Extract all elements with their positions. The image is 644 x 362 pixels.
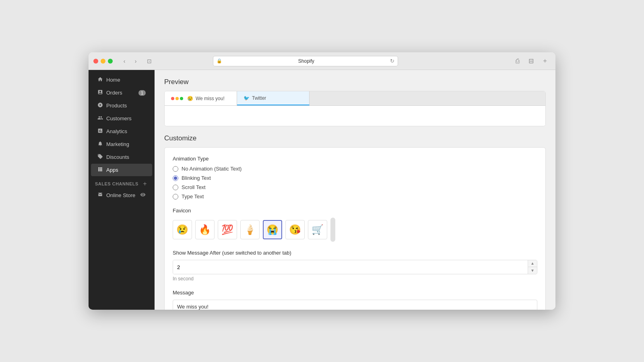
sidebar-item-discounts-label: Discounts xyxy=(106,154,129,160)
animation-type-group: Animation Type No Animation (Static Text… xyxy=(173,156,537,200)
favicon-cart[interactable]: 🛒 xyxy=(308,220,327,239)
tab1-label: We miss you! xyxy=(196,96,225,101)
reload-button[interactable]: ↻ xyxy=(390,58,394,64)
sidebar-item-orders-label: Orders xyxy=(106,90,122,96)
preview-content xyxy=(165,106,545,126)
sidebar-toggle-button[interactable]: ⊡ xyxy=(144,57,155,66)
radio-type-text-label: Type Text xyxy=(182,193,204,200)
main-content: Preview 😢 We miss you! xyxy=(155,70,555,310)
customize-title: Customize xyxy=(164,134,546,142)
sidebar-item-discounts[interactable]: Discounts xyxy=(91,151,152,163)
radio-scroll-text[interactable]: Scroll Text xyxy=(173,184,537,190)
address-bar: 🔒 Shopify ↻ xyxy=(213,56,398,66)
share-button[interactable]: ⎙ xyxy=(512,56,523,67)
discounts-icon xyxy=(97,154,103,160)
preview-tabs: 😢 We miss you! 🐦 Twitter xyxy=(165,91,545,106)
sidebar-item-products-label: Products xyxy=(106,103,127,109)
favicon-icecream[interactable]: 🍦 xyxy=(240,220,260,239)
sidebar-item-products[interactable]: Products xyxy=(91,99,152,112)
minimize-button[interactable] xyxy=(101,59,105,64)
decrement-button[interactable]: ▼ xyxy=(528,267,537,274)
tab-traffic-lights xyxy=(171,97,183,100)
apps-icon xyxy=(97,167,103,173)
tab2-label: Twitter xyxy=(252,95,266,101)
sidebar-item-analytics[interactable]: Analytics xyxy=(91,125,152,138)
radio-no-animation[interactable]: No Animation (Static Text) xyxy=(173,166,537,172)
favicon-fire[interactable]: 🔥 xyxy=(195,220,215,239)
number-input-wrapper: ▲ ▼ xyxy=(173,260,537,274)
toolbar-right: ⎙ ⊟ ＋ xyxy=(512,56,551,67)
favicon-scroll-indicator xyxy=(330,218,335,242)
favicon-grid: 😢 🔥 💯 🍦 😭 😘 🛒 xyxy=(173,220,327,239)
radio-scroll-text-label: Scroll Text xyxy=(182,184,206,190)
increment-button[interactable]: ▲ xyxy=(528,260,537,267)
radio-blinking-text-input[interactable] xyxy=(173,175,178,181)
tab-button[interactable]: ⊟ xyxy=(526,56,537,67)
favicon-sobbing[interactable]: 😭 xyxy=(263,220,282,239)
radio-type-text[interactable]: Type Text xyxy=(173,193,537,200)
customers-icon xyxy=(97,115,103,122)
tab2-icon: 🐦 xyxy=(244,95,250,101)
traffic-lights xyxy=(93,59,113,64)
preview-tab-empty xyxy=(310,91,545,105)
home-icon xyxy=(97,76,103,83)
show-message-label: Show Message After (user switched to ano… xyxy=(173,250,537,256)
favicon-100[interactable]: 💯 xyxy=(218,220,237,239)
sidebar-item-orders[interactable]: Orders 1 xyxy=(91,86,152,99)
browser-chrome: ‹ › ⊡ 🔒 Shopify ↻ ⎙ ⊟ ＋ xyxy=(89,52,555,70)
marketing-icon xyxy=(97,141,103,148)
orders-icon xyxy=(97,89,103,96)
sidebar-item-home-label: Home xyxy=(106,77,120,83)
radio-no-animation-label: No Animation (Static Text) xyxy=(182,166,242,172)
favicon-crying[interactable]: 😢 xyxy=(173,220,192,239)
radio-type-text-input[interactable] xyxy=(173,194,178,200)
preview-title: Preview xyxy=(164,78,546,86)
message-label: Message xyxy=(173,290,537,296)
maximize-button[interactable] xyxy=(108,59,113,64)
radio-no-animation-input[interactable] xyxy=(173,166,178,172)
lock-icon: 🔒 xyxy=(217,58,222,64)
message-input[interactable] xyxy=(173,300,537,310)
sidebar-item-home[interactable]: Home xyxy=(91,74,152,86)
favicon-group: Favicon 😢 🔥 💯 🍦 😭 😘 🛒 xyxy=(173,208,537,242)
sidebar-item-customers[interactable]: Customers xyxy=(91,112,152,125)
analytics-icon xyxy=(97,128,103,135)
browser-body: Home Orders 1 Products Customers xyxy=(89,70,555,310)
show-message-input[interactable] xyxy=(173,260,528,274)
sidebar-item-analytics-label: Analytics xyxy=(106,128,127,134)
preview-section: Preview 😢 We miss you! xyxy=(164,78,546,126)
sidebar-item-apps-label: Apps xyxy=(106,167,118,173)
browser-window: ‹ › ⊡ 🔒 Shopify ↻ ⎙ ⊟ ＋ Home xyxy=(89,52,555,310)
sidebar: Home Orders 1 Products Customers xyxy=(89,70,155,310)
browser-preview: 😢 We miss you! 🐦 Twitter xyxy=(164,91,546,126)
nav-buttons: ‹ › xyxy=(119,57,141,66)
new-tab-button[interactable]: ＋ xyxy=(539,56,551,67)
products-icon xyxy=(97,102,103,109)
customize-card: Animation Type No Animation (Static Text… xyxy=(164,147,546,310)
radio-blinking-text[interactable]: Blinking Text xyxy=(173,175,537,181)
close-button[interactable] xyxy=(93,59,98,64)
sidebar-item-customers-label: Customers xyxy=(106,115,132,121)
online-store-icon xyxy=(97,192,103,199)
preview-tab-twitter[interactable]: 🐦 Twitter xyxy=(237,91,310,105)
sales-channels-header: SALES CHANNELS + xyxy=(89,177,155,189)
back-button[interactable]: ‹ xyxy=(119,57,130,66)
tab-dot-green xyxy=(180,97,183,100)
sidebar-item-online-store[interactable]: Online Store xyxy=(91,189,152,202)
add-sales-channel-button[interactable]: + xyxy=(142,181,148,187)
tab1-emoji: 😢 xyxy=(187,96,193,101)
animation-type-label: Animation Type xyxy=(173,156,537,162)
sidebar-item-marketing[interactable]: Marketing xyxy=(91,138,152,150)
sidebar-item-apps[interactable]: Apps xyxy=(91,164,152,176)
customize-section: Customize Animation Type No Animation (S… xyxy=(164,134,546,310)
forward-button[interactable]: › xyxy=(130,57,141,66)
orders-badge: 1 xyxy=(138,90,146,96)
url-text: Shopify xyxy=(225,58,388,64)
preview-tab-miss-you[interactable]: 😢 We miss you! xyxy=(165,91,237,105)
sidebar-item-marketing-label: Marketing xyxy=(106,141,129,147)
online-store-eye-button[interactable] xyxy=(140,192,146,199)
favicon-kiss[interactable]: 😘 xyxy=(285,220,305,239)
radio-scroll-text-input[interactable] xyxy=(173,185,178,190)
radio-blinking-text-label: Blinking Text xyxy=(182,175,211,181)
online-store-label: Online Store xyxy=(106,192,135,198)
